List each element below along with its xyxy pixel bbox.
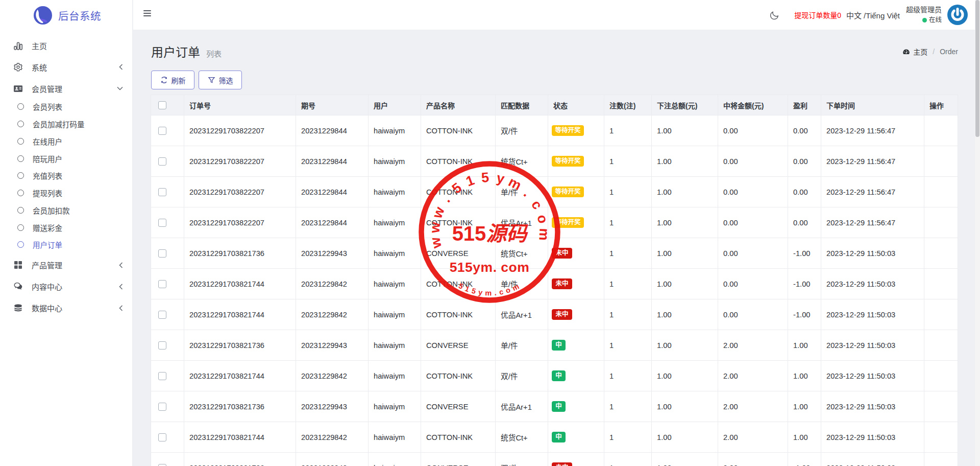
svg-text:1: 1	[464, 172, 477, 189]
svg-text:5: 5	[449, 180, 464, 197]
svg-text:.: .	[521, 186, 534, 200]
svg-text:m: m	[506, 174, 524, 193]
svg-text:c: c	[528, 198, 546, 212]
svg-text:5: 5	[481, 170, 489, 185]
svg-text:w: w	[429, 204, 448, 221]
svg-text:o: o	[534, 213, 551, 225]
svg-text:.: .	[438, 193, 453, 205]
svg-text:w: w	[427, 236, 445, 250]
svg-text:515ym. com: 515ym. com	[450, 260, 530, 275]
svg-text:y: y	[495, 170, 506, 187]
svg-text:w: w	[427, 221, 443, 234]
svg-text:515源码: 515源码	[452, 222, 529, 245]
svg-text:m: m	[536, 228, 552, 241]
